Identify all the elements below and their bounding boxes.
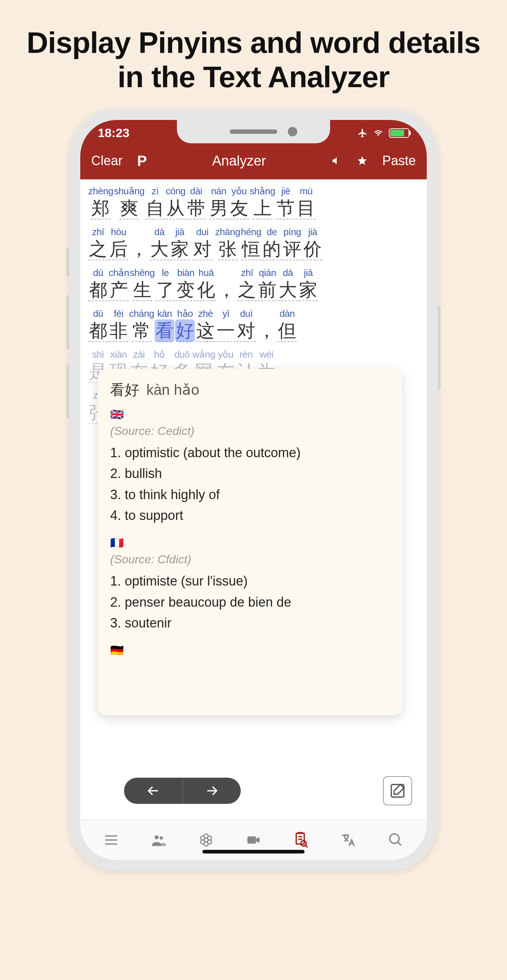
analyzer-text-area[interactable]: zhèng郑shuǎng爽zì自cóng从dài带 nán男yǒu友shǎng上… xyxy=(80,180,427,820)
pinyin-label: xiàn xyxy=(110,348,127,360)
clear-button[interactable]: Clear xyxy=(91,153,123,169)
text-token[interactable]: yī一 xyxy=(216,308,236,342)
video-tab[interactable] xyxy=(241,833,266,847)
svg-rect-13 xyxy=(247,836,256,844)
text-token[interactable]: duì对 xyxy=(193,226,212,260)
svg-point-10 xyxy=(207,836,212,840)
menu-tab[interactable] xyxy=(99,832,124,848)
hanzi-char: 对 xyxy=(193,238,212,260)
text-token[interactable]: jià价 xyxy=(303,226,322,260)
hanzi-char: 非 xyxy=(109,320,128,342)
text-token[interactable]: yǒu友 xyxy=(230,185,249,220)
hanzi-char: 价 xyxy=(303,238,322,260)
text-token[interactable]: qián前 xyxy=(258,267,277,301)
text-token[interactable]: shēng生 xyxy=(130,267,155,301)
home-indicator[interactable] xyxy=(202,850,305,853)
svg-point-4 xyxy=(155,835,159,839)
svg-point-11 xyxy=(201,840,205,844)
pinyin-label: zhèng xyxy=(88,185,113,197)
pinyin-label: duì xyxy=(240,308,253,320)
text-token[interactable]: cháng常 xyxy=(129,308,154,342)
text-token[interactable]: biàn变 xyxy=(176,267,196,301)
text-token[interactable]: dài带 xyxy=(187,185,206,220)
text-token[interactable]: ， xyxy=(129,226,149,260)
hanzi-char: 这 xyxy=(196,320,215,342)
text-token[interactable]: cóng从 xyxy=(166,185,185,220)
text-token[interactable]: hòu后 xyxy=(109,226,128,260)
text-token[interactable] xyxy=(190,226,192,260)
svg-point-9 xyxy=(201,836,205,840)
definition-source: (Source: Cedict) xyxy=(110,425,389,438)
text-token[interactable]: jiē节 xyxy=(276,185,295,220)
text-token[interactable]: chǎn产 xyxy=(109,267,129,301)
next-word-button[interactable] xyxy=(182,778,241,804)
text-token[interactable]: ， xyxy=(257,308,276,342)
text-token[interactable]: dū都 xyxy=(88,267,108,301)
hanzi-char: 看 xyxy=(155,320,174,342)
hanzi-char: 生 xyxy=(132,278,152,301)
pinyin-label: jiā xyxy=(304,267,313,278)
hanzi-char: 对 xyxy=(236,320,256,342)
pinyin-label: le xyxy=(162,267,169,278)
flower-tab[interactable] xyxy=(193,832,219,848)
speaker-icon[interactable] xyxy=(331,155,342,166)
text-token[interactable]: zhī之 xyxy=(237,267,257,301)
edit-button[interactable] xyxy=(383,776,412,805)
paste-button[interactable]: Paste xyxy=(382,153,416,169)
text-token[interactable] xyxy=(213,226,214,260)
translate-tab[interactable] xyxy=(336,832,361,848)
text-token[interactable]: zhè这 xyxy=(196,308,215,342)
text-token[interactable]: le了 xyxy=(155,267,175,301)
text-token[interactable]: zhī之 xyxy=(88,226,108,260)
search-tab[interactable] xyxy=(383,832,408,848)
text-token[interactable]: dà大 xyxy=(278,267,298,301)
hanzi-char: 了 xyxy=(155,278,175,301)
pinyin-label: mù xyxy=(300,185,312,197)
selected-token[interactable]: hǎo好 xyxy=(175,308,195,342)
text-token[interactable]: shuǎng爽 xyxy=(114,185,144,220)
text-token[interactable]: dà大 xyxy=(150,226,169,260)
text-token[interactable]: mù目 xyxy=(296,185,316,220)
pinyin-toggle-button[interactable]: P xyxy=(137,153,147,169)
text-token[interactable]: jiā家 xyxy=(298,267,318,301)
phone-power-button xyxy=(438,306,441,390)
text-token[interactable]: huā化 xyxy=(196,267,216,301)
definition-source: (Source: Cfdict) xyxy=(110,553,389,566)
star-icon[interactable] xyxy=(357,155,368,166)
text-token[interactable]: píng评 xyxy=(282,226,302,260)
text-token[interactable]: nán男 xyxy=(209,185,229,220)
text-token[interactable]: dàn但 xyxy=(277,308,297,342)
hanzi-char: 常 xyxy=(132,320,151,342)
selected-token[interactable]: kān看 xyxy=(155,308,174,342)
phone-volume-up xyxy=(66,295,69,350)
text-token[interactable]: ， xyxy=(217,267,236,301)
text-token[interactable] xyxy=(207,185,208,220)
text-token[interactable]: zhèng郑 xyxy=(88,185,113,220)
hanzi-char: 大 xyxy=(278,278,298,301)
hanzi-char: 上 xyxy=(253,197,273,220)
prev-word-button[interactable] xyxy=(124,778,182,804)
hanzi-char xyxy=(190,238,192,260)
text-token[interactable]: fēi非 xyxy=(109,308,128,342)
text-token[interactable]: de的 xyxy=(262,226,282,260)
hanzi-char: 化 xyxy=(196,278,216,301)
text-token[interactable]: duì对 xyxy=(236,308,256,342)
hanzi-char: 恒 xyxy=(241,238,261,260)
text-line: zhī之hòu后，dà大jiā家 duì对 zhāng张héng恒de的píng… xyxy=(88,226,419,260)
hanzi-char: 都 xyxy=(88,320,108,342)
text-token[interactable]: zhāng张 xyxy=(215,226,240,260)
definition-item: 1. optimistic (about the outcome) xyxy=(110,442,389,463)
phone-volume-down xyxy=(66,364,69,419)
pinyin-label: zhī xyxy=(241,267,253,278)
text-token[interactable]: jiā家 xyxy=(170,226,190,260)
text-token[interactable]: shǎng上 xyxy=(250,185,275,220)
text-token[interactable]: héng恒 xyxy=(241,226,261,260)
pinyin-label: zài xyxy=(133,348,145,360)
pinyin-label: yǒu xyxy=(218,348,233,360)
text-token[interactable]: dū都 xyxy=(88,308,108,342)
analyzer-tab[interactable] xyxy=(288,832,314,848)
text-token[interactable]: zì自 xyxy=(145,185,165,220)
pinyin-label: jià xyxy=(308,226,317,238)
svg-point-19 xyxy=(390,834,399,844)
community-tab[interactable] xyxy=(146,832,171,848)
